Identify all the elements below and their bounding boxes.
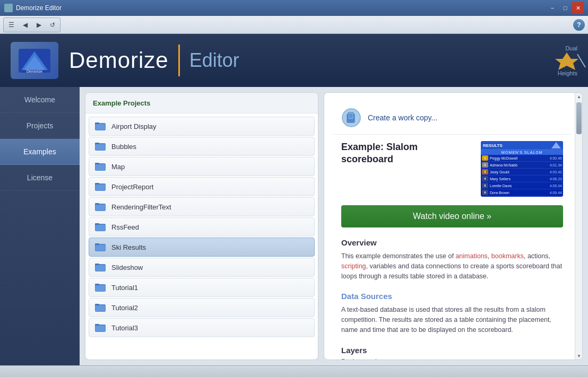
table-row: 3 Jasly Gould 4:03.42 [481,169,563,176]
title-divider [178,45,180,76]
minimize-button[interactable]: − [547,2,558,14]
sidebar-item-projects[interactable]: Projects [0,113,80,139]
overview-text: This example demonstrates the use of ani… [333,249,572,287]
list-item[interactable]: Tutorial3 [89,318,315,337]
scoreboard-thumbnail: RESULTS WOMEN'S SLALOM 1 Peggy McDowell [481,141,563,197]
detail-content: Create a work copy... Example: Slalom sc… [324,93,582,360]
folder-icon [94,181,106,192]
main-layout: Welcome Projects Examples License Exampl… [0,87,588,365]
layers-sub: Background [333,357,572,360]
detail-scrollbar[interactable]: ▲ ▼ [575,93,582,360]
app-title-main: Demorize [69,48,169,73]
folder-icon [94,282,106,293]
list-item[interactable]: ProjectReport [89,177,315,196]
svg-text:Demorize: Demorize [27,69,42,73]
list-item[interactable]: RenderingFilterText [89,197,315,216]
sidebar-item-welcome[interactable]: Welcome [0,87,80,113]
example-title: Example: Slalom scoreboard [341,141,472,166]
svg-rect-38 [96,326,105,331]
detail-panel: Create a work copy... Example: Slalom sc… [324,92,583,360]
score-title-row: WOMEN'S SLALOM [481,150,563,155]
app-title-sub: Editor [189,49,239,72]
folder-icon [94,241,106,253]
svg-rect-35 [96,305,105,311]
maximize-button[interactable]: □ [559,2,571,14]
scroll-up-arrow[interactable]: ▲ [575,93,583,100]
example-section: Example: Slalom scoreboard RESULTS [333,135,572,201]
table-row: 5 Lorette Davis 4:09.04 [481,182,563,189]
position-badge: 3 [482,169,488,174]
titlebar: Demorize Editor − □ ✕ [0,0,588,16]
app-header: Demorize Demorize Editor Dual Heights [0,34,588,87]
highlight-bookmarks: bookmarks [491,252,524,260]
back-button[interactable]: ◀ [19,19,31,31]
forward-button[interactable]: ▶ [32,19,45,31]
svg-rect-8 [96,124,105,130]
position-badge: 4 [482,176,488,181]
menu-button[interactable]: ☰ [5,19,18,31]
list-item[interactable]: Map [89,157,315,176]
example-title-text: Example: Slalom scoreboard [341,141,472,166]
close-button[interactable]: ✕ [572,2,584,14]
list-item[interactable]: Bubbles [89,137,315,156]
create-work-copy-link[interactable]: Create a work copy... [368,113,437,122]
position-badge: 5 [482,183,488,188]
project-panel: Example Projects Airport Display Bubbles… [85,92,318,360]
refresh-button[interactable]: ↺ [46,19,59,31]
statusbar [0,365,588,377]
toolbar: ☰ ◀ ▶ ↺ ? [0,16,588,34]
toolbar-group: ☰ ◀ ▶ ↺ [3,17,60,32]
sidebar: Welcome Projects Examples License [0,87,80,365]
table-row: 4 Mary Sellers 4:08.23 [481,176,563,182]
data-sources-title: Data Sources [333,287,572,303]
folder-icon [94,322,106,334]
folder-icon [94,221,106,233]
app-brand: Dual Heights [546,45,577,76]
project-list: Airport Display Bubbles Map ProjectRepor… [85,113,318,360]
panel-header-title: Example Projects [93,99,150,107]
titlebar-title: Demorize Editor [16,4,62,12]
sidebar-item-license[interactable]: License [0,165,80,191]
folder-icon [94,161,106,172]
table-row: 6 Dora Brown 4:09.44 [481,189,563,196]
create-work-copy-section: Create a work copy... [333,101,572,135]
titlebar-controls: − □ ✕ [547,2,584,14]
help-button[interactable]: ? [573,19,585,31]
scroll-down-arrow[interactable]: ▼ [575,352,583,360]
content-area: Example Projects Airport Display Bubbles… [80,87,588,365]
app-logo: Demorize [11,42,58,79]
position-badge: 1 [482,155,488,161]
list-item-ski-results[interactable]: Ski Results [89,238,315,257]
svg-line-5 [577,54,585,67]
panel-header: Example Projects [85,93,318,113]
list-item[interactable]: RssFeed [89,217,315,236]
position-badge: 6 [482,190,488,195]
list-item[interactable]: Tutorial1 [89,278,315,297]
list-item[interactable]: Slideshow [89,258,315,277]
svg-marker-4 [555,52,578,70]
list-item[interactable]: Tutorial2 [89,298,315,317]
folder-icon [94,201,106,213]
data-sources-text: A text-based database is used that store… [333,303,572,341]
sidebar-item-examples[interactable]: Examples [0,139,80,165]
position-badge: 2 [482,162,488,168]
layers-title: Layers [333,341,572,357]
scroll-thumb[interactable] [576,102,582,134]
svg-rect-32 [96,285,105,291]
svg-rect-29 [96,265,105,271]
overview-title: Overview [333,234,572,249]
folder-icon [94,261,106,273]
app-icon [4,4,13,12]
watch-video-button[interactable]: Watch video online » [341,205,563,227]
svg-rect-14 [96,164,105,170]
titlebar-left: Demorize Editor [4,4,62,12]
svg-rect-23 [96,225,105,231]
folder-icon [94,141,106,152]
scoreboard-visual: RESULTS WOMEN'S SLALOM 1 Peggy McDowell [481,141,563,197]
list-item[interactable]: Airport Display [89,117,315,136]
highlight-scripting: scripting [341,262,366,270]
svg-rect-11 [96,144,105,150]
brand-logo [546,51,577,70]
folder-icon [94,302,106,313]
copy-icon [341,108,361,128]
